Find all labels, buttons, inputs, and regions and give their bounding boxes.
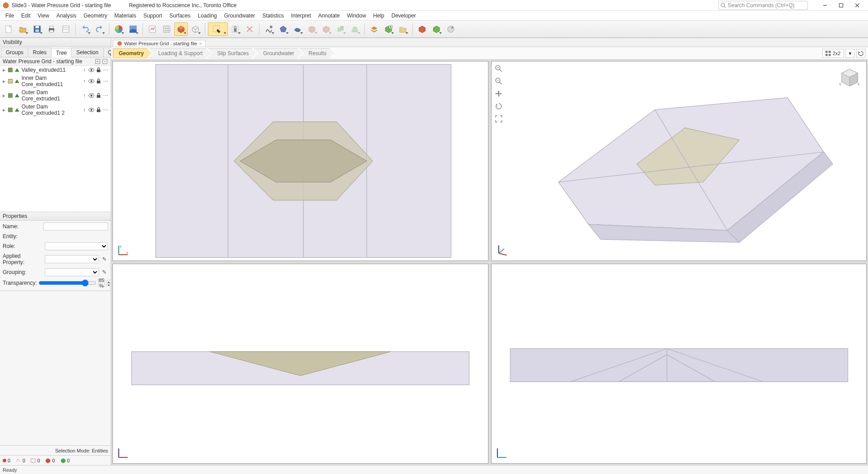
menu-surfaces[interactable]: Surfaces bbox=[166, 12, 194, 20]
folder-tool-button[interactable] bbox=[396, 22, 410, 36]
expand-all-icon[interactable] bbox=[95, 58, 101, 65]
open-button[interactable] bbox=[16, 22, 30, 36]
box-tool-2-button[interactable] bbox=[320, 22, 333, 36]
workflow-geometry[interactable]: Geometry bbox=[113, 48, 151, 58]
arrow-up-icon[interactable]: ↑ bbox=[81, 67, 87, 73]
layout-dropdown-button[interactable]: ▾ bbox=[846, 49, 855, 58]
eye-icon[interactable] bbox=[88, 107, 95, 113]
zoom-in-icon[interactable] bbox=[494, 64, 503, 73]
print-button[interactable] bbox=[45, 22, 58, 36]
surface-tool-button[interactable] bbox=[291, 22, 304, 36]
viewport-side[interactable] bbox=[491, 264, 867, 464]
menu-view[interactable]: View bbox=[34, 12, 53, 20]
menu-groundwater[interactable]: Groundwater bbox=[220, 12, 259, 20]
eye-icon[interactable] bbox=[88, 67, 95, 73]
cube-green-button[interactable] bbox=[430, 22, 443, 36]
tree-item[interactable]: ▸ Outer Dam Core_extruded1 ↑ ⋯ bbox=[0, 88, 111, 103]
compute-button[interactable] bbox=[146, 22, 159, 36]
more-icon[interactable]: ⋯ bbox=[103, 67, 109, 73]
menu-loading[interactable]: Loading bbox=[194, 12, 220, 20]
layers-button[interactable] bbox=[367, 22, 381, 36]
prop-applied-select[interactable] bbox=[45, 255, 99, 263]
tab-roles[interactable]: Roles bbox=[28, 48, 52, 57]
search-commands[interactable]: Search Commands (Ctrl+Q) bbox=[718, 1, 808, 10]
workflow-loading-support[interactable]: Loading & Support bbox=[149, 48, 210, 58]
rotate-icon[interactable] bbox=[494, 102, 503, 111]
lock-icon[interactable] bbox=[95, 92, 102, 99]
arrow-up-icon[interactable]: ↑ bbox=[81, 107, 87, 113]
wireframe-button[interactable] bbox=[189, 22, 202, 36]
collapse-all-icon[interactable] bbox=[102, 58, 108, 65]
tree-item[interactable]: ▸ Outer Dam Core_extruded1 2 ↑ ⋯ bbox=[0, 103, 111, 117]
viewport-layout-select[interactable]: 2x2 bbox=[822, 49, 844, 58]
edit-grouping-icon[interactable]: ✎ bbox=[101, 269, 108, 276]
menu-file[interactable]: File bbox=[2, 12, 17, 20]
delete-button[interactable] bbox=[243, 22, 256, 36]
undo-button[interactable] bbox=[78, 22, 92, 36]
zoom-out-icon[interactable] bbox=[494, 77, 503, 86]
close-tab-icon[interactable]: × bbox=[199, 41, 202, 46]
select-entities-button[interactable] bbox=[208, 22, 228, 36]
cube-red-button[interactable] bbox=[415, 22, 429, 36]
prop-role-select[interactable] bbox=[45, 242, 108, 250]
constraints-button[interactable] bbox=[229, 22, 242, 36]
project-settings-button[interactable] bbox=[59, 22, 73, 36]
prop-name-input[interactable] bbox=[43, 222, 108, 230]
tree-item[interactable]: ▸ Valley_extruded11 ↑ ⋯ bbox=[0, 66, 111, 74]
menu-support[interactable]: Support bbox=[140, 12, 166, 20]
more-icon[interactable]: ⋯ bbox=[103, 92, 109, 99]
transparency-slider[interactable] bbox=[39, 279, 96, 287]
contour-button[interactable] bbox=[126, 22, 140, 36]
lock-icon[interactable] bbox=[95, 67, 102, 73]
polygon-tool-button[interactable] bbox=[276, 22, 290, 36]
refresh-button[interactable] bbox=[856, 49, 865, 58]
tab-selection[interactable]: Selection bbox=[71, 48, 103, 57]
menu-edit[interactable]: Edit bbox=[17, 12, 34, 20]
mesh-tool-button[interactable] bbox=[348, 22, 362, 36]
group-tool-button[interactable] bbox=[334, 22, 347, 36]
menu-geometry[interactable]: Geometry bbox=[80, 12, 111, 20]
expand-icon[interactable]: ▸ bbox=[2, 107, 6, 113]
tab-tree[interactable]: Tree bbox=[51, 48, 72, 57]
eye-icon[interactable] bbox=[88, 78, 95, 84]
lock-icon[interactable] bbox=[95, 107, 102, 113]
workflow-groundwater[interactable]: Groundwater bbox=[254, 48, 302, 58]
tab-groups[interactable]: Groups bbox=[1, 48, 28, 57]
document-tab[interactable]: Water Pressure Grid - starting file × bbox=[113, 40, 206, 47]
menu-developer[interactable]: Developer bbox=[388, 12, 420, 20]
workflow-results[interactable]: Results bbox=[299, 48, 334, 58]
pan-icon[interactable] bbox=[494, 89, 503, 98]
menu-interpret[interactable]: Interpret bbox=[287, 12, 315, 20]
maximize-button[interactable] bbox=[833, 0, 849, 11]
results-grid-button[interactable] bbox=[160, 22, 173, 36]
transparency-value[interactable]: 85 % bbox=[98, 279, 104, 287]
viewport-front[interactable] bbox=[112, 264, 488, 464]
menu-help[interactable]: Help bbox=[370, 12, 388, 20]
viewport-perspective[interactable]: S E bbox=[491, 61, 867, 261]
expand-icon[interactable]: ▸ bbox=[2, 67, 6, 73]
viewport-top[interactable]: yx bbox=[112, 61, 488, 261]
viewcube-icon[interactable]: S E bbox=[838, 66, 862, 90]
tree-item[interactable]: ▸ Inner Dam Core_extruded11 ↑ ⋯ bbox=[0, 74, 111, 88]
prop-grouping-select[interactable] bbox=[45, 268, 99, 276]
close-button[interactable] bbox=[849, 0, 865, 11]
arrow-up-icon[interactable]: ↑ bbox=[81, 78, 87, 84]
materials-button[interactable] bbox=[112, 22, 125, 36]
save-button[interactable] bbox=[30, 22, 44, 36]
redo-button[interactable] bbox=[93, 22, 106, 36]
transparency-up[interactable]: ▴ bbox=[107, 280, 111, 283]
menu-statistics[interactable]: Statistics bbox=[259, 12, 287, 20]
assign-material-button[interactable] bbox=[262, 22, 276, 36]
workflow-slip-surfaces[interactable]: Slip Surfaces bbox=[207, 48, 256, 58]
more-icon[interactable]: ⋯ bbox=[103, 107, 109, 113]
lock-icon[interactable] bbox=[95, 78, 102, 84]
menu-analysis[interactable]: Analysis bbox=[53, 12, 80, 20]
more-icon[interactable]: ⋯ bbox=[103, 78, 109, 84]
eye-icon[interactable] bbox=[88, 92, 95, 99]
edit-applied-icon[interactable]: ✎ bbox=[101, 256, 108, 263]
fit-icon[interactable] bbox=[494, 114, 503, 123]
3d-model-button[interactable] bbox=[174, 22, 188, 36]
expand-icon[interactable]: ▸ bbox=[2, 78, 6, 84]
menu-materials[interactable]: Materials bbox=[111, 12, 140, 20]
menu-annotate[interactable]: Annotate bbox=[315, 12, 343, 20]
